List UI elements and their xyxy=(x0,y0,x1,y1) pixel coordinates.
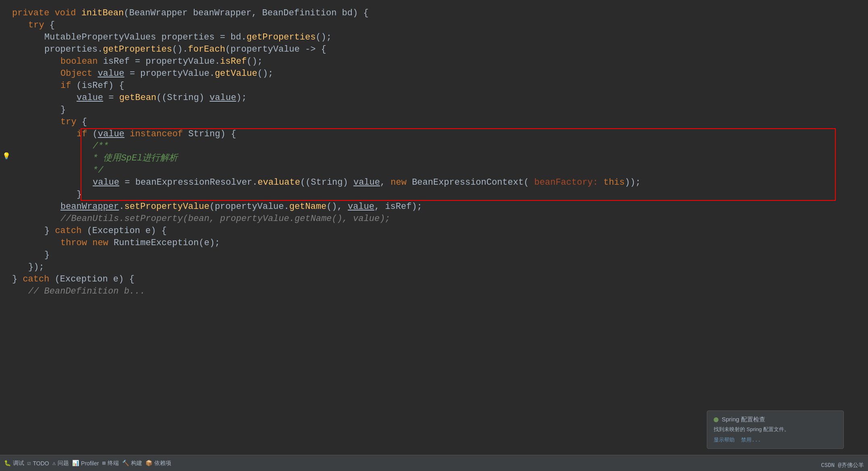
token-punct: . xyxy=(284,202,289,212)
token-punct: ) xyxy=(199,93,210,103)
status-item-todo[interactable]: ☑TODO xyxy=(27,460,49,467)
token-kw: try xyxy=(28,20,50,30)
token-punct xyxy=(125,129,130,139)
notification-link-help[interactable]: 显示帮助 xyxy=(714,436,735,444)
line-content: if (isRef) { xyxy=(60,80,124,92)
token-punct: )); xyxy=(625,177,641,188)
token-punct xyxy=(598,177,603,188)
code-line: } catch (Exception e) { xyxy=(0,225,868,237)
line-content: } xyxy=(77,189,82,201)
token-kw: catch xyxy=(23,274,54,284)
status-label: 终端 xyxy=(108,460,119,467)
code-line: boolean isRef = propertyValue.isRef(); xyxy=(0,56,868,68)
notification-body: 找到未映射的 Spring 配置文件。 xyxy=(714,426,837,433)
token-punct: ) xyxy=(343,177,353,188)
token-punct: , xyxy=(374,202,385,212)
code-line: throw new RuntimeException(e); xyxy=(0,237,868,249)
token-type: Exception xyxy=(60,274,113,284)
notification-link-disable[interactable]: 禁用... xyxy=(741,436,761,444)
notification-links: 显示帮助 禁用... xyxy=(714,436,837,444)
token-punct: } xyxy=(44,226,55,236)
token-kw: instanceof xyxy=(130,129,188,139)
status-label: Profiler xyxy=(81,460,99,467)
token-punct: { xyxy=(82,117,87,127)
code-line: }); xyxy=(0,261,868,273)
token-type: String xyxy=(167,93,199,103)
token-var: properties xyxy=(44,44,98,54)
line-content: value = getBean((String) value); xyxy=(77,92,247,104)
token-fn: getName xyxy=(289,202,326,212)
token-punct: (). xyxy=(172,44,188,54)
line-content: properties.getProperties().forEach(prope… xyxy=(44,44,326,56)
token-kw: throw xyxy=(60,238,92,248)
status-item-调试[interactable]: 🐛调试 xyxy=(4,460,24,467)
line-content: } xyxy=(60,104,66,116)
line-content: beanWrapper.setPropertyValue(propertyVal… xyxy=(60,201,422,213)
line-content: Object value = propertyValue.getValue(); xyxy=(60,68,273,80)
token-comment-kw: */ xyxy=(93,165,103,175)
token-punct: -> { xyxy=(300,44,326,54)
token-comment-kw: /** xyxy=(93,141,109,151)
code-line: * 使用SpEl进行解析 xyxy=(0,152,868,165)
bulb-icon[interactable]: 💡 xyxy=(2,152,9,158)
token-punct: . xyxy=(215,56,220,67)
code-line: } xyxy=(0,189,868,201)
line-content: boolean isRef = propertyValue.isRef(); xyxy=(60,56,263,68)
status-item-终端[interactable]: ⊞终端 xyxy=(102,460,118,467)
notification-title: Spring 配置检查 xyxy=(714,416,837,423)
token-punct: (( xyxy=(300,177,311,188)
token-var: isRef xyxy=(82,81,108,91)
token-var_underline: value xyxy=(98,129,125,139)
token-kw: new xyxy=(390,177,412,188)
token-punct: ); xyxy=(236,93,247,103)
code-line: //BeanUtils.setProperty(bean, propertyVa… xyxy=(0,213,868,225)
token-punct: ( xyxy=(523,177,534,188)
line-content: } catch (Exception e) { xyxy=(44,225,167,237)
token-kw: private xyxy=(12,8,55,18)
status-icon: 📊 xyxy=(72,460,79,467)
code-line: value = beanExpressionResolver.evaluate(… xyxy=(0,177,868,189)
token-var_underline: value xyxy=(93,177,119,188)
token-type: BeanWrapper xyxy=(129,8,193,18)
status-icon: 📦 xyxy=(145,460,152,467)
token-type: Exception xyxy=(92,226,145,236)
token-kw: new xyxy=(92,238,114,248)
token-var_underline: value xyxy=(77,93,103,103)
token-fn: isRef xyxy=(220,56,247,67)
token-punct: ); xyxy=(411,202,422,212)
status-item-profiler[interactable]: 📊Profiler xyxy=(72,460,99,467)
token-kw: if xyxy=(60,81,77,91)
code-line: // BeanDefinition b... xyxy=(0,286,868,298)
token-punct: (); xyxy=(316,32,332,42)
token-punct: ( xyxy=(77,81,82,91)
token-comment: // BeanDefinition b... xyxy=(28,286,145,296)
token-punct: , xyxy=(380,177,390,188)
status-item-构建[interactable]: 🔨构建 xyxy=(122,460,142,467)
token-punct: . xyxy=(252,177,257,188)
token-fn: forEach xyxy=(188,44,225,54)
token-var_underline: beanWrapper xyxy=(60,202,119,212)
status-item-依赖项[interactable]: 📦依赖项 xyxy=(145,460,171,467)
token-punct: } xyxy=(44,250,50,260)
token-var_underline: value xyxy=(98,69,124,79)
token-punct: ( xyxy=(55,274,60,284)
token-var: beanWrapper xyxy=(193,8,251,18)
token-type: String xyxy=(311,177,343,188)
status-item-问题[interactable]: ⚠问题 xyxy=(52,460,69,467)
token-punct: = xyxy=(119,177,135,188)
code-line: beanWrapper.setPropertyValue(propertyVal… xyxy=(0,201,868,213)
status-bar: 🐛调试☑TODO⚠问题📊Profiler⊞终端🔨构建📦依赖项 CSDN @齐佛公… xyxy=(0,455,868,471)
token-var: properties xyxy=(161,32,214,42)
token-punct: . xyxy=(210,69,215,79)
token-punct: ) { xyxy=(151,226,167,236)
token-named-param: beanFactory: xyxy=(534,177,598,188)
line-content: private void initBean(BeanWrapper beanWr… xyxy=(12,7,369,19)
token-punct: ( xyxy=(225,44,230,54)
token-var: bd xyxy=(230,32,241,42)
token-var: isRef xyxy=(103,56,130,67)
token-var: propertyValue xyxy=(140,69,210,79)
token-punct: ( xyxy=(93,129,98,139)
token-fn: getProperties xyxy=(103,44,172,54)
token-punct: = xyxy=(214,32,230,42)
code-line: try { xyxy=(0,116,868,128)
